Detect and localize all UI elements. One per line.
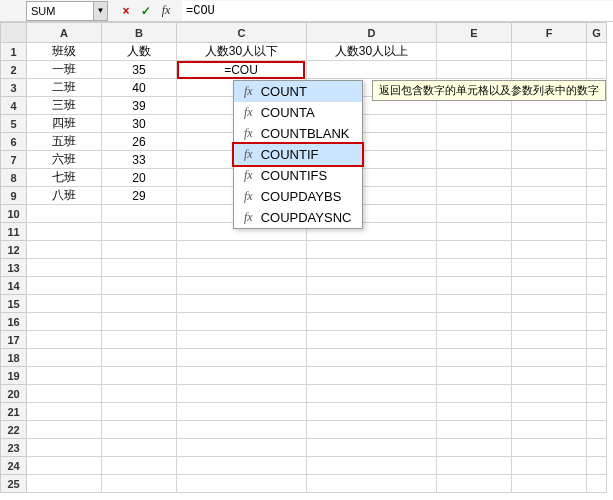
column-header[interactable]: E — [437, 23, 512, 43]
autocomplete-item[interactable]: fxCOUNTIF — [232, 142, 364, 167]
cell[interactable] — [102, 241, 177, 259]
cell[interactable] — [177, 475, 307, 493]
cell[interactable] — [437, 43, 512, 61]
cell[interactable]: 二班 — [27, 79, 102, 97]
cell[interactable] — [587, 115, 607, 133]
cell[interactable] — [102, 277, 177, 295]
cell[interactable] — [177, 439, 307, 457]
cell[interactable] — [512, 223, 587, 241]
cell[interactable] — [587, 475, 607, 493]
cell[interactable] — [587, 205, 607, 223]
cell[interactable] — [512, 385, 587, 403]
cell[interactable] — [587, 313, 607, 331]
row-header[interactable]: 18 — [1, 349, 27, 367]
cell[interactable]: 26 — [102, 133, 177, 151]
row-header[interactable]: 21 — [1, 403, 27, 421]
cell[interactable] — [587, 187, 607, 205]
cell[interactable] — [587, 223, 607, 241]
cell[interactable] — [177, 457, 307, 475]
cell[interactable] — [27, 313, 102, 331]
autocomplete-item[interactable]: fxCOUNT — [234, 81, 362, 102]
row-header[interactable]: 16 — [1, 313, 27, 331]
active-cell[interactable]: =COU — [177, 61, 305, 79]
cell[interactable] — [177, 421, 307, 439]
cell[interactable] — [512, 439, 587, 457]
cell[interactable]: 八班 — [27, 187, 102, 205]
cell[interactable] — [587, 259, 607, 277]
cell[interactable] — [587, 457, 607, 475]
cell[interactable] — [27, 223, 102, 241]
cell[interactable] — [307, 367, 437, 385]
autocomplete-item[interactable]: fxCOUNTA — [234, 102, 362, 123]
cell[interactable] — [587, 133, 607, 151]
cell[interactable] — [102, 349, 177, 367]
cell[interactable]: 33 — [102, 151, 177, 169]
column-header[interactable]: C — [177, 23, 307, 43]
cancel-formula-button[interactable]: × — [116, 1, 136, 21]
cell[interactable] — [102, 331, 177, 349]
cell[interactable] — [512, 259, 587, 277]
cell[interactable] — [587, 169, 607, 187]
autocomplete-item[interactable]: fxCOUNTBLANK — [234, 123, 362, 144]
column-header[interactable]: F — [512, 23, 587, 43]
cell[interactable] — [27, 259, 102, 277]
cell[interactable] — [587, 403, 607, 421]
row-header[interactable]: 12 — [1, 241, 27, 259]
cell[interactable]: 40 — [102, 79, 177, 97]
cell[interactable] — [437, 61, 512, 79]
cell[interactable] — [512, 457, 587, 475]
fx-icon[interactable]: fx — [156, 1, 176, 21]
cell[interactable] — [587, 241, 607, 259]
cell[interactable] — [102, 439, 177, 457]
column-header[interactable]: G — [587, 23, 607, 43]
cell[interactable] — [177, 349, 307, 367]
cell[interactable] — [102, 457, 177, 475]
cell[interactable] — [27, 385, 102, 403]
cell[interactable] — [102, 223, 177, 241]
formula-input[interactable] — [182, 1, 613, 21]
row-header[interactable]: 7 — [1, 151, 27, 169]
row-header[interactable]: 3 — [1, 79, 27, 97]
cell[interactable]: 七班 — [27, 169, 102, 187]
cell[interactable] — [307, 457, 437, 475]
row-header[interactable]: 1 — [1, 43, 27, 61]
cell[interactable]: 一班 — [27, 61, 102, 79]
cell[interactable]: 四班 — [27, 115, 102, 133]
cell[interactable] — [437, 223, 512, 241]
row-header[interactable]: 20 — [1, 385, 27, 403]
cell[interactable] — [177, 313, 307, 331]
cell[interactable] — [437, 133, 512, 151]
cell[interactable] — [437, 475, 512, 493]
cell[interactable] — [512, 151, 587, 169]
cell[interactable] — [512, 187, 587, 205]
cell[interactable] — [437, 115, 512, 133]
cell[interactable] — [177, 367, 307, 385]
cell[interactable] — [512, 115, 587, 133]
cell[interactable] — [512, 403, 587, 421]
row-header[interactable]: 17 — [1, 331, 27, 349]
cell[interactable]: 人数 — [102, 43, 177, 61]
cell[interactable] — [587, 295, 607, 313]
cell[interactable]: 三班 — [27, 97, 102, 115]
cell[interactable] — [102, 403, 177, 421]
cell[interactable]: 29 — [102, 187, 177, 205]
cell[interactable]: 39 — [102, 97, 177, 115]
cell[interactable] — [307, 331, 437, 349]
select-all-corner[interactable] — [1, 23, 27, 43]
cell[interactable] — [307, 439, 437, 457]
cell[interactable] — [307, 61, 437, 79]
cell[interactable] — [437, 169, 512, 187]
name-box[interactable]: SUM — [26, 1, 94, 21]
cell[interactable] — [177, 403, 307, 421]
row-header[interactable]: 23 — [1, 439, 27, 457]
cell[interactable] — [27, 295, 102, 313]
column-header[interactable]: B — [102, 23, 177, 43]
cell[interactable] — [307, 241, 437, 259]
cell[interactable] — [512, 331, 587, 349]
cell[interactable] — [27, 205, 102, 223]
cell[interactable] — [437, 439, 512, 457]
cell[interactable] — [512, 133, 587, 151]
cell[interactable] — [177, 259, 307, 277]
cell[interactable] — [307, 349, 437, 367]
cell[interactable] — [587, 367, 607, 385]
